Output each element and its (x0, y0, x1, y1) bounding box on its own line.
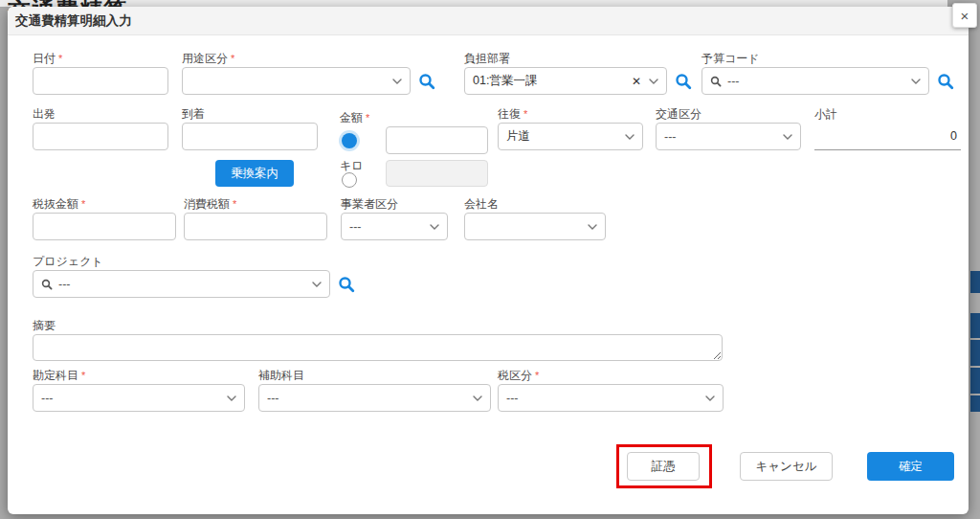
chevron-down-icon (392, 79, 402, 84)
tax-category-value: --- (506, 392, 698, 405)
sub-account-field: 補助科目 --- (258, 368, 491, 412)
business-category-label: 事業者区分 (341, 196, 398, 213)
project-select[interactable]: --- (33, 270, 330, 298)
round-trip-field: 往復* 片道 (498, 106, 643, 150)
account-value: --- (41, 392, 219, 405)
consumption-tax-field: 消費税額* (184, 196, 327, 240)
amount-radio[interactable] (342, 133, 357, 148)
chevron-down-icon (911, 79, 921, 84)
business-category-field: 事業者区分 --- (341, 196, 448, 240)
background-page-strip (0, 0, 947, 7)
kilo-field: キロ (340, 158, 364, 188)
subtotal-field: 小計 0 (814, 106, 961, 150)
transfer-guide-button[interactable]: 乗換案内 (215, 160, 294, 187)
confirm-button[interactable]: 確定 (867, 452, 954, 481)
required-mark: * (231, 53, 234, 64)
tax-excluded-input[interactable] (33, 213, 176, 240)
chevron-down-icon (783, 134, 792, 140)
departure-input[interactable] (33, 123, 168, 150)
subtotal-label: 小計 (814, 106, 837, 123)
consumption-tax-input[interactable] (184, 213, 327, 240)
company-name-select[interactable] (464, 213, 606, 240)
budget-code-label: 予算コード (702, 51, 760, 67)
transport-category-label: 交通区分 (656, 106, 702, 123)
close-button[interactable]: × (952, 3, 977, 28)
tax-category-field: 税区分* --- (498, 368, 724, 412)
company-name-field: 会社名 (464, 196, 606, 240)
transport-category-select[interactable]: --- (656, 123, 801, 150)
kilo-input (386, 160, 488, 187)
date-label: 日付 (33, 51, 56, 67)
summary-field: 摘要 (33, 318, 723, 361)
transport-category-field: 交通区分 --- (656, 106, 801, 150)
required-mark: * (233, 198, 236, 210)
subtotal-display: 0 (814, 123, 961, 150)
business-category-select[interactable]: --- (341, 213, 448, 240)
cancel-button[interactable]: キャンセル (740, 452, 833, 481)
chevron-down-icon (430, 224, 439, 230)
close-icon: × (961, 8, 969, 24)
budget-code-search-icon[interactable] (937, 73, 954, 90)
sub-account-value: --- (267, 392, 465, 405)
tax-category-select[interactable]: --- (498, 384, 724, 412)
kilo-radio[interactable] (342, 172, 357, 188)
summary-textarea[interactable] (33, 334, 723, 361)
required-mark: * (81, 370, 85, 381)
transport-category-value: --- (664, 130, 775, 144)
tax-excluded-label: 税抜金額 (33, 196, 78, 213)
background-table-row (970, 395, 980, 412)
required-mark: * (523, 108, 527, 120)
arrival-input[interactable] (182, 123, 318, 150)
project-search-icon[interactable] (338, 276, 355, 293)
evidence-button[interactable]: 証憑 (627, 452, 700, 481)
search-icon (41, 279, 53, 290)
chevron-down-icon (473, 395, 482, 401)
date-field: 日付* (33, 51, 168, 95)
budget-code-select[interactable]: --- (702, 67, 929, 95)
amount-label: 金額 (340, 110, 363, 126)
modal-title: 交通費精算明細入力 (15, 12, 132, 30)
chevron-down-icon (705, 395, 715, 401)
round-trip-label: 往復 (498, 106, 521, 123)
project-field: プロジェクト --- (33, 254, 355, 298)
account-field: 勘定科目* --- (33, 368, 245, 412)
background-table-row (970, 313, 980, 338)
department-label: 負担部署 (464, 51, 510, 67)
business-category-value: --- (349, 220, 422, 234)
usage-category-select[interactable] (182, 67, 411, 95)
required-mark: * (81, 198, 85, 210)
background-table-header (970, 271, 980, 293)
department-field: 負担部署 01:営業一課 ✕ (464, 51, 692, 95)
amount-field: 金額* (340, 110, 488, 154)
subtotal-value: 0 (950, 129, 957, 143)
sub-account-select[interactable]: --- (258, 384, 491, 412)
required-mark: * (535, 370, 539, 381)
tax-category-label: 税区分 (498, 368, 532, 384)
sub-account-label: 補助科目 (258, 368, 304, 384)
kilo-label: キロ (340, 158, 364, 174)
department-search-icon[interactable] (675, 73, 692, 90)
department-select[interactable]: 01:営業一課 ✕ (464, 67, 667, 95)
usage-category-search-icon[interactable] (418, 73, 435, 90)
departure-field: 出発 (33, 106, 168, 150)
date-input[interactable] (33, 67, 168, 95)
budget-code-value: --- (727, 75, 903, 88)
clear-icon[interactable]: ✕ (632, 75, 641, 88)
arrival-label: 到着 (182, 106, 205, 123)
round-trip-select[interactable]: 片道 (498, 123, 643, 150)
consumption-tax-label: 消費税額 (184, 196, 230, 213)
chevron-down-icon (227, 395, 236, 401)
required-mark: * (366, 112, 369, 124)
chevron-down-icon (588, 224, 597, 230)
search-icon (710, 76, 722, 87)
chevron-down-icon (625, 134, 635, 140)
account-select[interactable]: --- (33, 384, 245, 412)
required-mark: * (58, 53, 62, 64)
company-name-label: 会社名 (464, 196, 499, 213)
background-table-row (970, 340, 980, 366)
summary-label: 摘要 (33, 318, 56, 334)
amount-input[interactable] (386, 126, 488, 154)
chevron-down-icon (649, 79, 658, 84)
account-label: 勘定科目 (33, 368, 78, 384)
usage-category-field: 用途区分* (182, 51, 435, 95)
